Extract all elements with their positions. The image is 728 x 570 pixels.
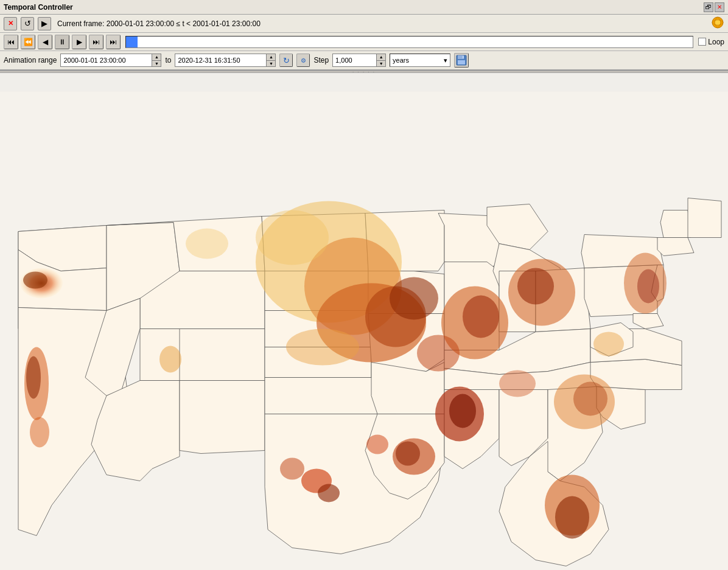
- skip-to-end-button[interactable]: ⏭: [106, 35, 121, 49]
- to-date-down[interactable]: ▼: [267, 61, 275, 67]
- density-spot-ne-core: [637, 269, 659, 304]
- from-date-down[interactable]: ▼: [152, 61, 161, 67]
- map-container: [0, 73, 728, 570]
- density-spot-mt: [186, 229, 228, 259]
- loop-checkbox[interactable]: [698, 38, 706, 46]
- svg-marker-53: [688, 198, 721, 238]
- window-title: Temporal Controller: [4, 3, 73, 12]
- density-spot-iowa-il: [390, 277, 438, 320]
- save-icon: [456, 55, 467, 66]
- back-button[interactable]: ◀: [38, 35, 52, 49]
- dropdown-arrow-icon: ▾: [444, 57, 447, 64]
- current-frame-text: Current frame:: [57, 19, 104, 28]
- density-spot-ks: [286, 329, 359, 366]
- density-spot-tx2: [280, 458, 304, 480]
- play-forward-button[interactable]: ▶: [38, 17, 51, 30]
- unit-value: years: [393, 57, 409, 64]
- current-frame-value: 2000-01-01 23:00:00 ≤ t < 2001-01-01 23:…: [107, 19, 261, 28]
- density-spot-ms-delta-core: [449, 394, 476, 428]
- stop-button[interactable]: ✕: [4, 17, 17, 30]
- animation-range-bar: Animation range 2000-01-01 23:00:00 ▲ ▼ …: [0, 51, 728, 71]
- step-up[interactable]: ▲: [377, 54, 385, 61]
- loop-control: Loop: [698, 38, 724, 46]
- density-spot-tx3: [366, 435, 388, 454]
- density-spot-socal: [30, 417, 49, 448]
- animation-range-label: Animation range: [4, 56, 57, 64]
- to-date-spinner[interactable]: ▲ ▼: [266, 54, 276, 67]
- to-date-value: 2020-12-31 16:31:50: [178, 57, 240, 64]
- density-spot-gulf-core: [396, 442, 420, 466]
- timeline-slider[interactable]: [125, 36, 693, 48]
- unit-dropdown[interactable]: years ▾: [390, 54, 450, 67]
- density-spot-oh-mi-core: [517, 268, 554, 305]
- density-spot-ca-coast-core: [26, 356, 41, 399]
- step-down[interactable]: ▼: [377, 61, 385, 67]
- from-date-up[interactable]: ▲: [152, 54, 161, 61]
- density-spot-fl-core: [555, 496, 589, 539]
- to-label: to: [165, 56, 171, 64]
- restore-button[interactable]: 🗗: [704, 2, 713, 12]
- density-spot-ky: [499, 370, 536, 397]
- density-spot-mo: [417, 335, 460, 372]
- rewind-button[interactable]: ↺: [21, 17, 34, 30]
- usa-map: [0, 73, 728, 570]
- from-date-control: 2000-01-01 23:00:00 ▲ ▼: [60, 54, 161, 67]
- loop-label-text: Loop: [708, 38, 724, 46]
- svg-marker-17: [180, 329, 265, 381]
- svg-rect-6: [463, 56, 464, 58]
- step-back-button[interactable]: ⏪: [21, 35, 35, 49]
- save-button[interactable]: [454, 53, 469, 68]
- temporal-icon: [711, 16, 724, 31]
- main-toolbar: ✕ ↺ ▶ Current frame: 2000-01-01 23:00:00…: [0, 15, 728, 33]
- window-controls: 🗗 ✕: [704, 2, 724, 12]
- step-forward-button[interactable]: ⏭: [89, 35, 103, 49]
- close-button[interactable]: ✕: [715, 2, 724, 12]
- skip-to-start-button[interactable]: ⏮: [4, 35, 18, 49]
- from-date-value: 2000-01-01 23:00:00: [63, 57, 125, 64]
- refresh-button[interactable]: ↻: [279, 54, 293, 67]
- to-date-input[interactable]: 2020-12-31 16:31:50: [175, 54, 266, 67]
- pause-button[interactable]: ⏸: [55, 35, 69, 49]
- playback-bar: ⏮ ⏪ ◀ ⏸ ▶ ⏭ ⏭ Loop: [0, 33, 728, 51]
- play-button[interactable]: ▶: [72, 35, 86, 49]
- density-spot-il-in-core: [463, 296, 499, 338]
- density-spot-tx-core: [318, 484, 340, 502]
- svg-marker-52: [660, 210, 691, 238]
- density-spot-pnw-core: [23, 272, 47, 289]
- from-date-spinner[interactable]: ▲ ▼: [152, 54, 161, 67]
- from-date-input[interactable]: 2000-01-01 23:00:00: [60, 54, 152, 67]
- step-value: 1,000: [335, 57, 352, 64]
- to-date-control: 2020-12-31 16:31:50 ▲ ▼: [175, 54, 276, 67]
- density-spot-nd: [256, 210, 329, 265]
- step-input[interactable]: 1,000: [332, 54, 376, 67]
- svg-marker-51: [657, 238, 694, 256]
- step-label: Step: [313, 56, 329, 64]
- step-control: 1,000 ▲ ▼: [332, 54, 386, 67]
- step-spinner[interactable]: ▲ ▼: [376, 54, 386, 67]
- svg-marker-19: [180, 381, 265, 454]
- density-spot-co: [159, 346, 181, 373]
- settings-button[interactable]: ⚙: [296, 54, 310, 67]
- density-spot-se-core: [573, 382, 607, 416]
- to-date-up[interactable]: ▲: [267, 54, 275, 61]
- density-spot-va: [593, 332, 624, 356]
- current-frame-label: Current frame: 2000-01-01 23:00:00 ≤ t <…: [57, 19, 261, 28]
- title-bar: Temporal Controller 🗗 ✕: [0, 0, 728, 15]
- svg-rect-5: [458, 60, 465, 64]
